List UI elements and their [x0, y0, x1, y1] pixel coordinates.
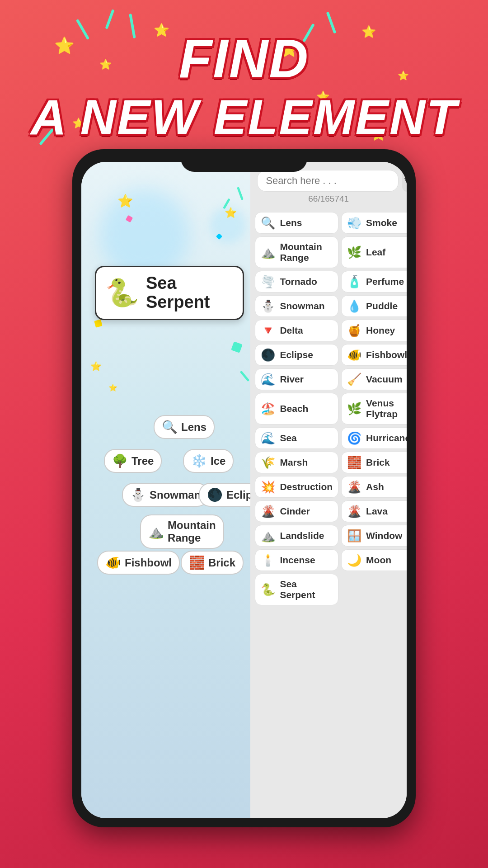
- element-name: Delta: [280, 325, 303, 336]
- element-name: Perfume: [366, 276, 404, 287]
- element-name: Hurricane: [366, 433, 407, 443]
- element-name: Leaf: [366, 247, 385, 258]
- element-emoji: 🌊: [261, 432, 275, 444]
- element-emoji: 🔻: [261, 325, 275, 336]
- element-item[interactable]: 🌋Cinder: [255, 500, 338, 522]
- game-area: ⭐ ⭐ ⭐ ⭐ 🐍 SeaSerpent 🔍 Lens: [81, 162, 250, 818]
- element-name: Fishbowl: [366, 349, 407, 360]
- element-name: Mountain Range: [280, 241, 333, 263]
- element-item[interactable]: 🌙Moon: [341, 549, 407, 571]
- element-name: Smoke: [366, 217, 397, 228]
- phone-notch: [181, 149, 307, 172]
- element-item[interactable]: 🧴Perfume: [341, 271, 407, 292]
- node-mountain-range[interactable]: ⛰️ MountainRange: [140, 514, 224, 549]
- discovery-emoji: 🐍: [105, 279, 139, 307]
- node-ice[interactable]: ❄️ Ice: [183, 449, 234, 473]
- node-snowman[interactable]: ⛄ Snowman: [122, 483, 209, 507]
- lens-icon: 🔍: [162, 420, 178, 434]
- tree-icon: 🌳: [112, 453, 128, 468]
- phone-screen: ⭐ ⭐ ⭐ ⭐ 🐍 SeaSerpent 🔍 Lens: [81, 162, 407, 818]
- element-emoji: 🍯: [347, 325, 361, 336]
- node-label: MountainRange: [168, 519, 216, 544]
- element-item[interactable]: 🌋Lava: [341, 500, 407, 522]
- eclipse-icon: 🌑: [207, 487, 223, 502]
- element-emoji: 🧱: [347, 457, 361, 468]
- element-name: River: [280, 374, 304, 385]
- element-emoji: 💧: [347, 300, 361, 312]
- element-item[interactable]: 🌊Sea: [255, 427, 338, 449]
- element-item[interactable]: 🌑Eclipse: [255, 344, 338, 366]
- element-item[interactable]: 🌾Marsh: [255, 452, 338, 473]
- element-list[interactable]: ▼ 66/165741 🔍Lens💨Smoke⛰️Mountain Range🌿…: [250, 162, 407, 818]
- element-emoji: 🧹: [347, 373, 361, 385]
- element-item[interactable]: 🏖️Beach: [255, 393, 338, 425]
- element-emoji: 🐍: [261, 584, 275, 595]
- element-name: Landslide: [280, 530, 324, 541]
- element-name: Vacuum: [366, 374, 403, 385]
- element-item[interactable]: ⛄Snowman: [255, 295, 338, 317]
- element-name: Lens: [280, 217, 302, 228]
- element-name: Eclipse: [280, 349, 313, 360]
- element-name: Incense: [280, 555, 315, 566]
- ice-icon: ❄️: [191, 453, 207, 468]
- element-name: Brick: [366, 457, 390, 468]
- element-item[interactable]: 💥Destruction: [255, 476, 338, 498]
- element-name: Ash: [366, 481, 384, 492]
- element-item[interactable]: 🌿Leaf: [341, 236, 407, 268]
- element-item[interactable]: 🧹Vacuum: [341, 368, 407, 390]
- node-lens[interactable]: 🔍 Lens: [154, 415, 215, 439]
- elements-grid: 🔍Lens💨Smoke⛰️Mountain Range🌿Leaf🌪️Tornad…: [250, 212, 407, 614]
- node-eclipse[interactable]: 🌑 Eclipse: [199, 483, 250, 507]
- element-emoji: 🔍: [261, 217, 275, 229]
- element-item[interactable]: 🕯️Incense: [255, 549, 338, 571]
- element-name: Moon: [366, 555, 391, 566]
- element-emoji: 🌀: [347, 432, 361, 444]
- element-item[interactable]: ⛰️Mountain Range: [255, 236, 338, 268]
- element-item[interactable]: 🔍Lens: [255, 212, 338, 234]
- node-label: Brick: [208, 557, 235, 569]
- element-name: Honey: [366, 325, 395, 336]
- element-item[interactable]: 💨Smoke: [341, 212, 407, 234]
- element-item[interactable]: 🧱Brick: [341, 452, 407, 473]
- element-emoji: 💨: [347, 217, 361, 229]
- element-emoji: ⛰️: [261, 530, 275, 542]
- element-item[interactable]: 🌀Hurricane: [341, 427, 407, 449]
- element-item[interactable]: 🍯Honey: [341, 320, 407, 341]
- element-name: Sea Serpent: [280, 579, 333, 600]
- element-name: Snowman: [280, 301, 324, 311]
- mountain-icon: ⛰️: [148, 524, 164, 539]
- element-item[interactable]: ⛰️Landslide: [255, 525, 338, 547]
- node-label: Snowman: [150, 489, 201, 501]
- discovery-popup: 🐍 SeaSerpent: [95, 266, 244, 320]
- element-name: Tornado: [280, 276, 317, 287]
- element-item[interactable]: 🐠Fishbowl: [341, 344, 407, 366]
- element-item[interactable]: 🔻Delta: [255, 320, 338, 341]
- element-item[interactable]: 🌿Venus Flytrap: [341, 393, 407, 425]
- node-label: Lens: [181, 421, 206, 434]
- search-input[interactable]: [257, 170, 399, 192]
- element-name: Cinder: [280, 506, 310, 517]
- element-item[interactable]: 🌋Ash: [341, 476, 407, 498]
- title-container: FIND A NEW ELEMENT: [0, 27, 488, 144]
- element-item[interactable]: 🪟Window: [341, 525, 407, 547]
- element-item[interactable]: 🌪️Tornado: [255, 271, 338, 292]
- node-label: Fishbowl: [125, 557, 172, 569]
- node-fishbowl[interactable]: 🐠 Fishbowl: [97, 551, 180, 575]
- element-emoji: 💥: [261, 481, 275, 493]
- discovery-name: SeaSerpent: [146, 274, 210, 312]
- element-emoji: 🧴: [347, 276, 361, 288]
- counter-text: 66/165741: [257, 194, 400, 204]
- title-line2: A NEW ELEMENT: [0, 90, 488, 144]
- element-emoji: 🌪️: [261, 276, 275, 288]
- element-emoji: 🕯️: [261, 554, 275, 566]
- element-emoji: ⛰️: [261, 246, 275, 258]
- filter-button[interactable]: ▼: [402, 170, 407, 192]
- node-brick[interactable]: 🧱 Brick: [181, 551, 244, 575]
- element-item[interactable]: 🌊River: [255, 368, 338, 390]
- element-emoji: 🌾: [261, 457, 275, 468]
- node-tree[interactable]: 🌳 Tree: [104, 449, 162, 473]
- element-item[interactable]: 🐍Sea Serpent: [255, 574, 338, 605]
- element-emoji: 🌊: [261, 373, 275, 385]
- element-item[interactable]: 💧Puddle: [341, 295, 407, 317]
- element-emoji: 🌋: [261, 505, 275, 517]
